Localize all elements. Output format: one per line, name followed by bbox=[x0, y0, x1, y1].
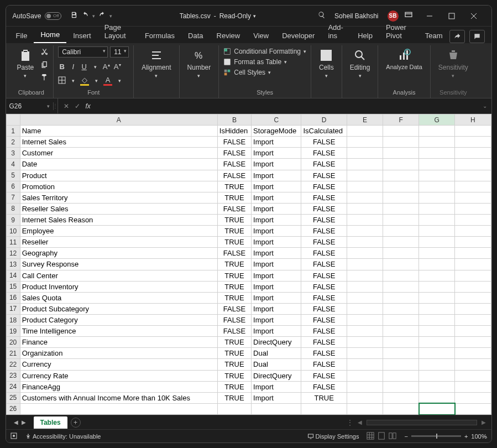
tab-review[interactable]: Review bbox=[210, 28, 247, 43]
cell[interactable] bbox=[455, 292, 491, 303]
cell[interactable] bbox=[383, 348, 419, 359]
cell[interactable] bbox=[347, 392, 383, 403]
cell[interactable]: DirectQuery bbox=[252, 370, 301, 381]
cell[interactable] bbox=[419, 370, 455, 381]
cell[interactable] bbox=[347, 259, 383, 270]
cell[interactable]: FALSE bbox=[301, 359, 347, 370]
cell[interactable]: Import bbox=[252, 148, 301, 159]
cell[interactable]: IsCalculated bbox=[301, 126, 347, 137]
cell[interactable]: FALSE bbox=[301, 370, 347, 381]
cell[interactable] bbox=[383, 137, 419, 148]
cell[interactable]: Reseller Sales bbox=[20, 203, 217, 214]
save-icon[interactable] bbox=[70, 11, 78, 20]
sheet-tab-tables[interactable]: Tables bbox=[34, 416, 67, 429]
cell[interactable] bbox=[455, 248, 491, 259]
cell[interactable]: FALSE bbox=[217, 303, 251, 314]
number-format-button[interactable]: % Number ▾ bbox=[184, 46, 215, 81]
cell[interactable] bbox=[383, 392, 419, 403]
cell[interactable] bbox=[347, 292, 383, 303]
paste-button[interactable]: Paste ▾ bbox=[14, 46, 38, 81]
cell[interactable]: Import bbox=[252, 314, 301, 325]
cell[interactable] bbox=[419, 214, 455, 225]
cell[interactable]: TRUE bbox=[217, 192, 251, 203]
row-header-16[interactable]: 16 bbox=[6, 292, 20, 303]
cell[interactable] bbox=[383, 359, 419, 370]
cell[interactable]: DirectQuery bbox=[252, 337, 301, 348]
decrease-font-icon[interactable]: A▾ bbox=[113, 62, 121, 71]
insert-function-icon[interactable]: fx bbox=[86, 102, 91, 110]
increase-font-icon[interactable]: A▴ bbox=[102, 62, 110, 71]
cell[interactable] bbox=[383, 281, 419, 292]
cell[interactable]: Organization bbox=[20, 348, 217, 359]
cell[interactable] bbox=[419, 381, 455, 392]
spreadsheet-grid[interactable]: ABCDEFGH 1 Name IsHidden StorageMode IsC… bbox=[6, 114, 491, 415]
cell[interactable] bbox=[419, 248, 455, 259]
cell[interactable] bbox=[383, 170, 419, 181]
row-header-11[interactable]: 11 bbox=[6, 237, 20, 248]
cell[interactable] bbox=[383, 303, 419, 314]
cell[interactable] bbox=[383, 248, 419, 259]
row-header-8[interactable]: 8 bbox=[6, 203, 20, 214]
cell[interactable]: FALSE bbox=[301, 337, 347, 348]
cell[interactable]: Import bbox=[252, 281, 301, 292]
page-break-view-icon[interactable] bbox=[389, 432, 396, 441]
cell[interactable] bbox=[383, 192, 419, 203]
cell[interactable]: FALSE bbox=[301, 159, 347, 170]
column-header-G[interactable]: G bbox=[419, 114, 455, 126]
cell[interactable] bbox=[347, 148, 383, 159]
cell[interactable]: FALSE bbox=[217, 314, 251, 325]
cut-icon[interactable] bbox=[40, 48, 49, 58]
cancel-formula-icon[interactable]: ✕ bbox=[64, 102, 69, 110]
cell[interactable]: TRUE bbox=[217, 370, 251, 381]
cell[interactable] bbox=[419, 126, 455, 137]
cell[interactable] bbox=[347, 192, 383, 203]
accessibility-status[interactable]: Accessibility: Unavailable bbox=[25, 433, 101, 440]
cell[interactable] bbox=[419, 359, 455, 370]
cell[interactable] bbox=[419, 159, 455, 170]
cell[interactable]: Currency Rate bbox=[20, 370, 217, 381]
zoom-slider[interactable]: − + 100% bbox=[404, 433, 486, 440]
tab-insert[interactable]: Insert bbox=[66, 28, 98, 43]
cell[interactable]: FALSE bbox=[301, 381, 347, 392]
cell[interactable]: Dual bbox=[252, 359, 301, 370]
next-sheet-icon[interactable]: ▶ bbox=[22, 419, 26, 425]
copy-icon[interactable] bbox=[40, 60, 49, 70]
cell[interactable]: FALSE bbox=[301, 226, 347, 237]
cell[interactable] bbox=[347, 170, 383, 181]
cell[interactable] bbox=[455, 259, 491, 270]
cell[interactable]: Import bbox=[252, 214, 301, 225]
cell[interactable] bbox=[419, 170, 455, 181]
row-header-4[interactable]: 4 bbox=[6, 159, 20, 170]
cell[interactable]: FALSE bbox=[301, 148, 347, 159]
cell[interactable]: TRUE bbox=[217, 337, 251, 348]
share-button[interactable] bbox=[449, 30, 465, 43]
name-box[interactable]: G26 ▾ bbox=[6, 102, 54, 110]
cell[interactable] bbox=[419, 226, 455, 237]
column-header-D[interactable]: D bbox=[301, 114, 347, 126]
cell[interactable]: Import bbox=[252, 248, 301, 259]
horizontal-scrollbar[interactable] bbox=[367, 420, 477, 425]
display-settings[interactable]: Display Settings bbox=[307, 433, 359, 440]
cell[interactable] bbox=[347, 281, 383, 292]
row-header-15[interactable]: 15 bbox=[6, 281, 20, 292]
cell[interactable]: Promotion bbox=[20, 181, 217, 192]
cell[interactable] bbox=[20, 403, 217, 414]
row-header-12[interactable]: 12 bbox=[6, 248, 20, 259]
cell[interactable]: Finance bbox=[20, 337, 217, 348]
cell[interactable] bbox=[419, 348, 455, 359]
cell[interactable] bbox=[455, 326, 491, 337]
cell[interactable] bbox=[301, 403, 347, 414]
cell[interactable] bbox=[347, 159, 383, 170]
cell[interactable]: Name bbox=[20, 126, 217, 137]
analyze-data-button[interactable]: Analyze Data bbox=[383, 46, 425, 72]
cell[interactable]: FALSE bbox=[301, 259, 347, 270]
enter-formula-icon[interactable]: ✓ bbox=[75, 102, 80, 110]
comments-button[interactable] bbox=[469, 30, 485, 43]
minimize-button[interactable] bbox=[418, 8, 441, 24]
cell[interactable]: TRUE bbox=[301, 392, 347, 403]
cell[interactable] bbox=[383, 270, 419, 281]
cell[interactable]: Import bbox=[252, 303, 301, 314]
autosave-toggle[interactable]: AutoSave Off bbox=[9, 12, 65, 20]
cell[interactable] bbox=[419, 203, 455, 214]
cell[interactable]: FALSE bbox=[217, 137, 251, 148]
